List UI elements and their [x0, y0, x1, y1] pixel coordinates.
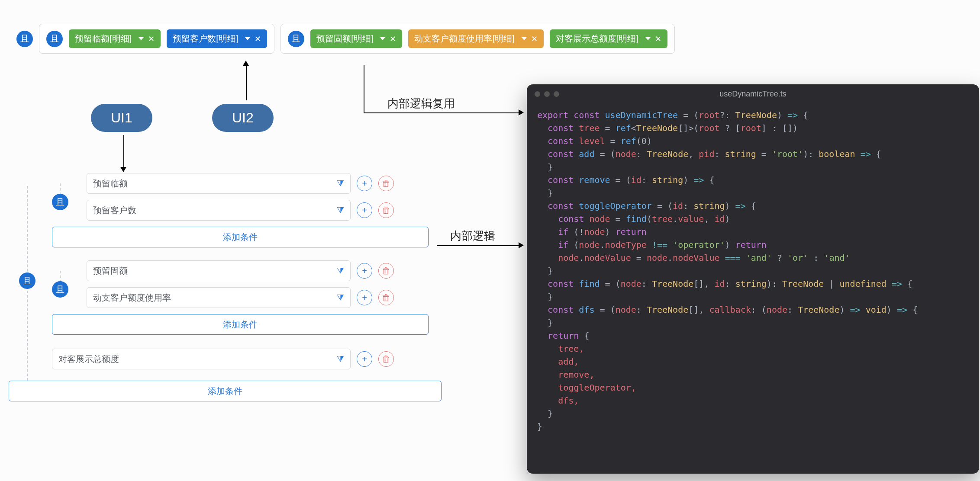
tag-actions: ✕ [245, 35, 261, 43]
tag-label: 预留固额[明细] [316, 33, 373, 45]
close-icon[interactable]: ✕ [390, 35, 396, 43]
tag-label: 动支客户额度使用率[明细] [414, 33, 514, 45]
condition-input[interactable]: 动支客户额度使用率 ⧩ [87, 287, 351, 308]
tag-reserve-temp-quota[interactable]: 预留临额[明细] ✕ [69, 29, 161, 48]
tag-actions: ✕ [522, 35, 538, 43]
add-button[interactable]: + [357, 202, 372, 218]
chevron-down-icon[interactable] [522, 37, 527, 40]
filter-icon[interactable]: ⧩ [337, 354, 344, 364]
add-button[interactable]: + [357, 351, 372, 367]
close-icon[interactable]: ✕ [531, 35, 538, 43]
condition-value: 动支客户额度使用率 [93, 292, 171, 304]
condition-value: 对客展示总额度 [58, 353, 119, 365]
condition-value: 预留临额 [93, 178, 128, 189]
tag-reserve-fixed-quota[interactable]: 预留固额[明细] ✕ [310, 29, 402, 48]
filter-icon[interactable]: ⧩ [337, 205, 344, 215]
top-tag-row: 且 且 预留临额[明细] ✕ 预留客户数[明细] ✕ 且 预留固额[明细] ✕ [16, 24, 675, 54]
condition-value: 预留客户数 [93, 205, 136, 216]
group2-and-operator[interactable]: 且 [288, 31, 304, 47]
tag-actions: ✕ [139, 35, 155, 43]
add-condition-button[interactable]: 添加条件 [52, 314, 429, 335]
outer-and-operator[interactable]: 且 [16, 31, 33, 47]
tag-display-total-quota[interactable]: 对客展示总额度[明细] ✕ [550, 29, 667, 48]
filter-icon[interactable]: ⧩ [337, 266, 344, 276]
add-condition-button[interactable]: 添加条件 [9, 381, 442, 401]
add-button[interactable]: + [357, 263, 372, 279]
tree-group2-and[interactable]: 且 [52, 281, 68, 298]
tag-actions: ✕ [645, 35, 661, 43]
add-button[interactable]: + [357, 176, 372, 191]
code-header: useDynamicTree.ts [527, 84, 979, 103]
delete-button[interactable]: 🗑 [378, 351, 394, 367]
arrow-head-icon [120, 167, 126, 172]
ui2-oval: UI2 [212, 104, 274, 132]
tag-label: 对客展示总额度[明细] [556, 33, 638, 45]
condition-input[interactable]: 预留固额 ⧩ [87, 260, 351, 281]
code-editor-panel: useDynamicTree.ts export const useDynami… [527, 84, 979, 474]
tag-reserve-customers[interactable]: 预留客户数[明细] ✕ [167, 29, 267, 48]
arrow-label-inner: 内部逻辑 [450, 228, 495, 244]
arrow-label-reuse: 内部逻辑复用 [387, 96, 455, 111]
delete-button[interactable]: 🗑 [378, 290, 394, 305]
filter-icon[interactable]: ⧩ [337, 179, 344, 189]
arrow-inner-h [437, 245, 519, 246]
arrow-head-icon [519, 242, 524, 248]
condition-input[interactable]: 预留临额 ⧩ [87, 173, 351, 194]
code-body: export const useDynamicTree = (root?: Tr… [527, 103, 979, 438]
close-icon[interactable]: ✕ [148, 35, 155, 43]
tag-group-2: 且 预留固额[明细] ✕ 动支客户额度使用率[明细] ✕ 对客展示总额度[明细]… [280, 24, 674, 54]
arrow-reuse-v [364, 65, 364, 112]
chevron-down-icon[interactable] [645, 37, 651, 40]
add-button[interactable]: + [357, 290, 372, 305]
delete-button[interactable]: 🗑 [378, 176, 394, 191]
add-condition-button[interactable]: 添加条件 [52, 227, 429, 247]
chevron-down-icon[interactable] [245, 37, 250, 40]
tag-usage-rate[interactable]: 动支客户额度使用率[明细] ✕ [408, 29, 543, 48]
arrow-head-icon [243, 61, 249, 66]
tag-label: 预留客户数[明细] [173, 33, 238, 45]
tag-group-1: 且 预留临额[明细] ✕ 预留客户数[明细] ✕ [39, 24, 274, 54]
delete-button[interactable]: 🗑 [378, 202, 394, 218]
group1-and-operator[interactable]: 且 [46, 31, 63, 47]
condition-input[interactable]: 对客展示总额度 ⧩ [52, 349, 351, 369]
close-icon[interactable]: ✕ [255, 35, 261, 43]
tree-outer-and[interactable]: 且 [19, 273, 35, 289]
ui1-oval: UI1 [91, 104, 152, 132]
condition-value: 预留固额 [93, 265, 128, 277]
condition-input[interactable]: 预留客户数 ⧩ [87, 200, 351, 221]
close-icon[interactable]: ✕ [655, 35, 661, 43]
chevron-down-icon[interactable] [139, 37, 144, 40]
code-filename: useDynamicTree.ts [527, 90, 979, 99]
delete-button[interactable]: 🗑 [378, 263, 394, 279]
arrow-reuse-h [364, 112, 519, 113]
arrow-ui2-up [246, 65, 247, 100]
arrow-ui1-down [123, 135, 124, 167]
tree-group1-and[interactable]: 且 [52, 194, 68, 210]
chevron-down-icon[interactable] [380, 37, 385, 40]
filter-icon[interactable]: ⧩ [337, 293, 344, 303]
arrow-head-icon [519, 109, 524, 115]
tag-actions: ✕ [380, 35, 396, 43]
tag-label: 预留临额[明细] [75, 33, 132, 45]
tree-line [27, 186, 28, 394]
